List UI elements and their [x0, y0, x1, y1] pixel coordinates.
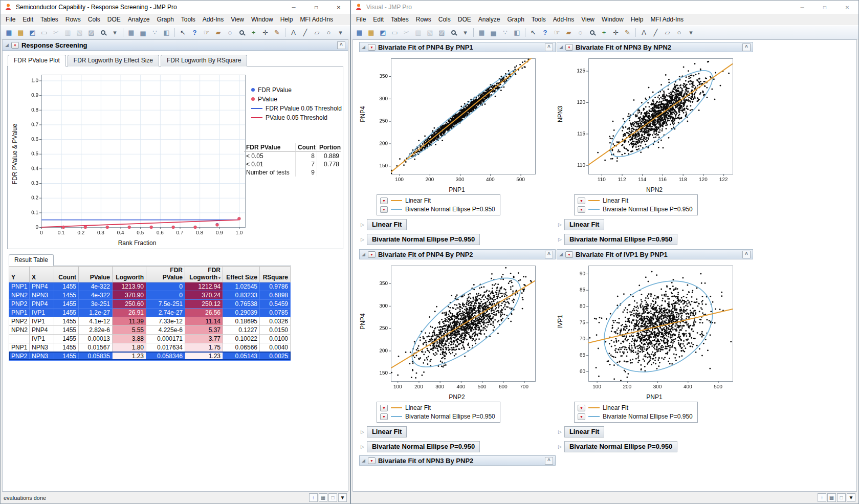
- oval-annotation-icon[interactable]: ○: [673, 27, 685, 38]
- disclosure-closed-icon[interactable]: ▷: [361, 444, 364, 449]
- disclosure-open-icon[interactable]: ◢: [5, 42, 9, 48]
- status-grid-icon[interactable]: ▦: [319, 493, 327, 502]
- cell[interactable]: 2.82e-6: [79, 325, 113, 334]
- bivariate-panel-header[interactable]: ◢ ▼ Bivariate Fit of NPN3 By NPN2 ^: [557, 42, 753, 52]
- oval-annotation-icon[interactable]: ○: [323, 27, 335, 38]
- status-dropdown-icon[interactable]: ▼: [338, 493, 347, 502]
- disclosure-open-icon[interactable]: ◢: [559, 45, 563, 50]
- minimize-button[interactable]: ─: [791, 1, 813, 14]
- search-options-icon[interactable]: ▾: [109, 27, 121, 38]
- toolbar-more-icon[interactable]: ▾: [685, 27, 697, 38]
- pencil-tool-icon[interactable]: ✎: [271, 27, 283, 38]
- menu-view[interactable]: View: [578, 14, 598, 25]
- cell[interactable]: 2.74e-27: [146, 308, 185, 317]
- red-triangle-menu-icon[interactable]: ▼: [368, 457, 376, 464]
- cell[interactable]: 1.23: [185, 352, 223, 360]
- cell[interactable]: NPN2: [9, 325, 30, 334]
- cell[interactable]: 0.83233: [223, 291, 260, 299]
- status-grid-icon[interactable]: ▦: [827, 493, 836, 502]
- column-header-fdr-pvalue[interactable]: FDR PValue: [146, 267, 185, 282]
- graph-builder-icon[interactable]: ◧: [161, 27, 172, 38]
- pin-icon[interactable]: ^: [742, 43, 751, 51]
- cell[interactable]: 3.88: [113, 334, 146, 343]
- cell[interactable]: 4e-322: [79, 291, 113, 299]
- menu-cols[interactable]: Cols: [435, 14, 454, 25]
- data-table-icon[interactable]: ▦: [476, 27, 488, 38]
- cell[interactable]: 1455: [54, 299, 79, 308]
- menu-tools[interactable]: Tools: [528, 14, 549, 25]
- annotate-icon[interactable]: A: [288, 27, 299, 38]
- column-header-effect-size[interactable]: Effect Size: [223, 267, 260, 282]
- disclosure-open-icon[interactable]: ◢: [362, 252, 365, 257]
- cell[interactable]: 250.60: [113, 299, 146, 308]
- red-triangle-menu-icon[interactable]: ▼: [380, 405, 388, 411]
- status-up-icon[interactable]: ↑: [818, 493, 826, 502]
- cell[interactable]: 1.2e-27: [79, 308, 113, 317]
- menu-window[interactable]: Window: [598, 14, 627, 25]
- cell[interactable]: 4.225e-6: [146, 325, 185, 334]
- line-annotation-icon[interactable]: ╱: [299, 27, 311, 38]
- column-header-y[interactable]: Y: [9, 267, 30, 282]
- outline-node-title-bivariate-normal-ellipse-p-0-950[interactable]: Bivariate Normal Ellipse P=0.950: [564, 441, 677, 452]
- cell[interactable]: 0.0785: [260, 308, 291, 317]
- table-row[interactable]: PNP2IVP114554.1e-1211.397.33e-1211.140.1…: [9, 317, 291, 325]
- cell[interactable]: 1455: [54, 291, 79, 299]
- table-row[interactable]: NPN2NPN314554e-322370.900370.240.832330.…: [9, 291, 291, 299]
- fdr-pvalue-plot[interactable]: [23, 70, 251, 238]
- cell[interactable]: 1455: [54, 352, 79, 360]
- menu-analyze[interactable]: Analyze: [124, 14, 153, 25]
- open-icon[interactable]: ▤: [15, 27, 27, 38]
- outline-node-title-linear-fit[interactable]: Linear Fit: [564, 219, 605, 230]
- toolbar-more-icon[interactable]: ▾: [335, 27, 346, 38]
- outline-node-title-bivariate-normal-ellipse-p-0-950[interactable]: Bivariate Normal Ellipse P=0.950: [367, 234, 480, 245]
- crosshair-tool-icon[interactable]: ✛: [610, 27, 622, 38]
- outline-node-title-linear-fit[interactable]: Linear Fit: [367, 219, 407, 230]
- red-triangle-menu-icon[interactable]: ▼: [368, 44, 376, 51]
- search-options-icon[interactable]: ▾: [459, 27, 471, 38]
- arrow-tool-icon[interactable]: ↖: [177, 27, 189, 38]
- graph-builder-icon[interactable]: ◧: [511, 27, 523, 38]
- cell[interactable]: 5.55: [113, 325, 146, 334]
- polygon-annotation-icon[interactable]: ▱: [662, 27, 673, 38]
- cut-icon[interactable]: ✂: [50, 27, 62, 38]
- status-up-icon[interactable]: ↑: [309, 493, 318, 502]
- cell[interactable]: PNP4: [30, 282, 54, 291]
- bivariate-panel-header[interactable]: ◢ ▼ Bivariate Fit of PNP4 By PNP2 ^: [359, 249, 556, 259]
- red-triangle-menu-icon[interactable]: ▼: [578, 413, 585, 420]
- pin-icon[interactable]: ^: [545, 251, 553, 258]
- menu-add-ins[interactable]: Add-Ins: [549, 14, 578, 25]
- cell[interactable]: 1455: [54, 282, 79, 291]
- menu-edit[interactable]: Edit: [369, 14, 387, 25]
- menu-tables[interactable]: Tables: [37, 14, 62, 25]
- cell[interactable]: 3.77: [185, 334, 223, 343]
- open-icon[interactable]: ▤: [365, 27, 377, 38]
- disclosure-closed-icon[interactable]: ▷: [361, 429, 364, 434]
- cell[interactable]: 0.0326: [260, 317, 291, 325]
- cell[interactable]: 0.9786: [260, 282, 291, 291]
- result-table[interactable]: YXCountPValueLogworthFDR PValueFDRLogwor…: [9, 266, 291, 361]
- cell[interactable]: 1.23: [113, 352, 146, 360]
- cell[interactable]: 0.06566: [223, 343, 260, 352]
- cell[interactable]: 1455: [54, 343, 79, 352]
- print-icon[interactable]: ▭: [38, 27, 50, 38]
- cell[interactable]: PNP1: [9, 308, 30, 317]
- brush-tool-icon[interactable]: ▰: [563, 27, 575, 38]
- cell[interactable]: 1455: [54, 317, 79, 325]
- menu-file[interactable]: File: [353, 14, 369, 25]
- cell[interactable]: 0.18695: [223, 317, 260, 325]
- cell[interactable]: 0.29039: [223, 308, 260, 317]
- cell[interactable]: 0.1227: [223, 325, 260, 334]
- menu-tables[interactable]: Tables: [387, 14, 412, 25]
- pin-icon[interactable]: ^: [545, 43, 553, 51]
- cell[interactable]: 1.75: [185, 343, 223, 352]
- cell[interactable]: 250.12: [185, 299, 223, 308]
- cell[interactable]: 1455: [54, 308, 79, 317]
- bivariate-scatter-plot[interactable]: [570, 261, 739, 392]
- disclosure-closed-icon[interactable]: ▷: [361, 222, 364, 227]
- paste-icon[interactable]: ▧: [74, 27, 85, 38]
- outline-node-title-linear-fit[interactable]: Linear Fit: [564, 426, 605, 437]
- cell[interactable]: 0.05835: [79, 352, 113, 360]
- disclosure-open-icon[interactable]: ◢: [559, 252, 563, 257]
- column-header-rsquare[interactable]: RSquare: [260, 267, 291, 282]
- column-header-logworth[interactable]: Logworth: [113, 267, 146, 282]
